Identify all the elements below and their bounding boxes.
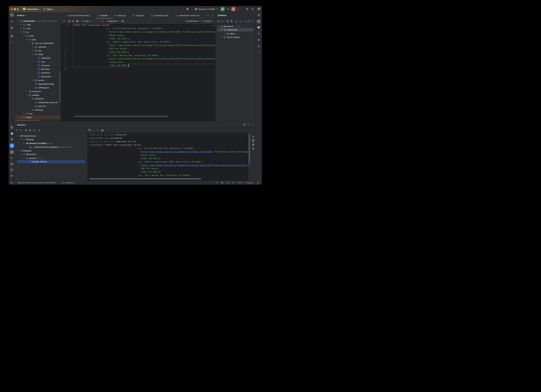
svg-text:p: p <box>73 21 73 22</box>
svg-text:m: m <box>258 32 260 35</box>
svg-text:C: C <box>36 83 36 85</box>
svg-text:C: C <box>38 61 39 63</box>
svg-text:JSP: JSP <box>114 15 117 16</box>
svg-text:C: C <box>38 76 39 77</box>
svg-text:m: m <box>67 14 68 16</box>
svg-text:C: C <box>38 68 39 70</box>
svg-text:C: C <box>38 72 39 73</box>
svg-text:C: C <box>133 15 134 16</box>
svg-text:C: C <box>38 57 39 59</box>
svg-text:C: C <box>38 65 39 66</box>
svg-text:C: C <box>152 15 152 16</box>
svg-text:JSP: JSP <box>32 109 34 111</box>
